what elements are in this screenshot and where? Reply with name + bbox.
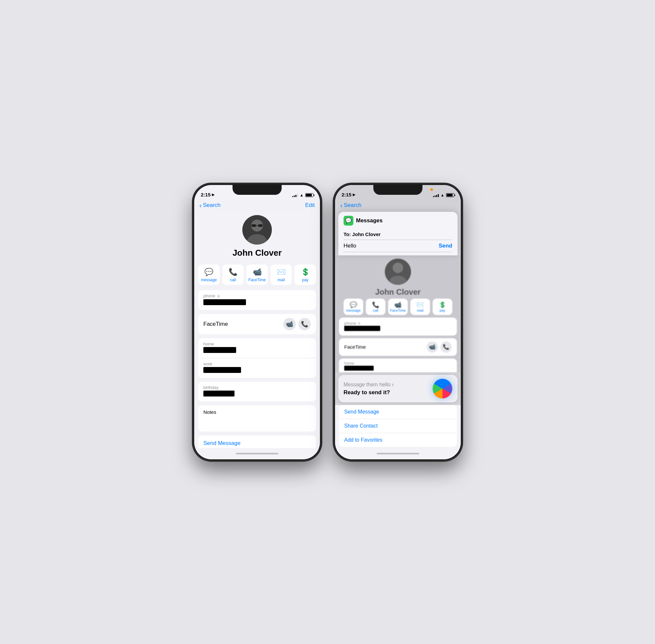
facetime-row-label: FaceTime (203, 321, 228, 327)
action-buttons-row: 💬 message 📞 call 📹 FaceTime ✉️ (194, 264, 320, 290)
star-icon: ★ (217, 293, 221, 299)
blurred-phone-redacted (344, 326, 380, 331)
siri-text-area: Message them hello › Ready to send it? (343, 381, 433, 396)
blurred-facetime-section: FaceTime 📹 📞 (339, 338, 457, 356)
share-contact-link-2[interactable]: Share Contact (339, 419, 457, 433)
phone-2: 2:15 ▶ ▲ (334, 184, 462, 460)
messages-header: 💬 Messages (343, 216, 452, 226)
facetime-label-btn: FaceTime (249, 278, 266, 282)
blurred-pay-label: pay (439, 308, 445, 312)
back-chevron-icon: ‹ (200, 202, 202, 209)
phone-value (203, 299, 311, 307)
back-label-2: Search (344, 202, 362, 209)
call-button[interactable]: 📞 call (222, 264, 244, 285)
signal-bars (292, 193, 298, 197)
phone-label: phone ★ (203, 293, 311, 299)
notes-label: Notes (203, 409, 311, 415)
battery-icon (305, 193, 313, 197)
birthday-redacted (203, 391, 234, 396)
facetime-video-button[interactable]: 📹 (283, 318, 296, 330)
facetime-video-btn-icon: 📹 (286, 321, 293, 328)
message-input-text[interactable]: Hello (343, 243, 436, 249)
phone-redacted (203, 299, 246, 305)
notch-2 (374, 185, 423, 195)
svg-rect-3 (251, 224, 256, 227)
signal-bar-2-2 (435, 196, 435, 197)
signal-bar-2 (294, 196, 295, 197)
action-links-2: Send Message Share Contact Add to Favori… (335, 405, 461, 448)
battery-fill (306, 194, 312, 197)
home-indicator-2 (335, 448, 461, 459)
avatar (242, 215, 272, 245)
facetime-audio-button[interactable]: 📞 (298, 318, 311, 330)
home-redacted (203, 347, 236, 353)
messages-bubble-icon: 💬 (345, 217, 352, 224)
phones-container: 2:15 ▶ ▲ (193, 184, 462, 460)
facetime-button[interactable]: 📹 FaceTime (246, 264, 268, 285)
blurred-ft-icon: 📹 (394, 301, 402, 308)
pay-icon: 💲 (301, 268, 310, 276)
messages-app-icon: 💬 (343, 216, 353, 226)
call-icon: 📞 (229, 268, 238, 276)
action-links-container-2: Send Message Share Contact Add to Favori… (339, 405, 457, 447)
home-value (203, 347, 311, 354)
blurred-home-label: home (344, 361, 452, 366)
messages-sheet: 💬 Messages To: John Clover Hello Send (338, 212, 457, 255)
home-indicator (194, 448, 320, 459)
birthday-row[interactable]: birthday (198, 382, 316, 401)
signal-bar-3 (295, 195, 296, 197)
home-email-row[interactable]: home (198, 338, 316, 358)
pay-button[interactable]: 💲 pay (294, 264, 316, 285)
nav-bar-2: ‹ Search (335, 199, 461, 212)
pay-label: pay (302, 278, 309, 282)
blurred-contact-area: John Clover (335, 255, 461, 299)
add-to-favorites-link-2[interactable]: Add to Favorites (339, 433, 457, 447)
status-icons: ▲ (292, 193, 313, 198)
facetime-video-icon: 📹 (253, 268, 262, 276)
send-message-link-2[interactable]: Send Message (339, 405, 457, 419)
messages-title: Messages (356, 217, 383, 224)
back-button-2[interactable]: ‹ Search (340, 202, 362, 209)
home-bar-2 (377, 453, 419, 455)
notes-section: Notes (198, 405, 316, 432)
location-arrow-icon: ▶ (212, 192, 214, 197)
contact-name: John Clover (232, 248, 281, 258)
back-button[interactable]: ‹ Search (200, 202, 221, 209)
email-section: home work (198, 338, 316, 378)
siri-suggestion[interactable]: Message them hello › Ready to send it? (338, 375, 457, 402)
siri-ready-text: Ready to send it? (343, 389, 433, 396)
blurred-msg-icon: 💬 (350, 301, 357, 308)
message-button[interactable]: 💬 message (198, 264, 220, 285)
contact-header: John Clover (194, 212, 320, 264)
work-value (203, 367, 311, 374)
signal-bar-2-3 (436, 195, 437, 197)
work-label: work (203, 362, 311, 366)
blurred-facetime-label: FaceTime (344, 344, 366, 350)
svg-point-7 (393, 262, 403, 273)
send-button[interactable]: Send (438, 243, 452, 249)
mail-button[interactable]: ✉️ mail (271, 264, 292, 285)
work-email-row[interactable]: work (198, 358, 316, 378)
facetime-section: FaceTime 📹 📞 (198, 314, 316, 334)
signal-bars-2 (433, 193, 439, 197)
phone-1: 2:15 ▶ ▲ (193, 184, 321, 460)
message-icon: 💬 (204, 268, 213, 276)
siri-chevron-icon: › (392, 381, 394, 388)
birthday-label: birthday (203, 385, 311, 390)
call-label: call (230, 278, 236, 282)
home-label: home (203, 342, 311, 346)
signal-bar-4 (297, 194, 298, 197)
signal-bar-2-1 (433, 196, 434, 197)
blurred-email-section: home work (339, 359, 457, 372)
edit-button[interactable]: Edit (305, 202, 315, 209)
blurred-contact-name: John Clover (375, 288, 421, 297)
blurred-msg-btn: 💬 message (343, 299, 363, 315)
phone-section: phone ★ (198, 290, 316, 310)
battery-fill-2 (447, 194, 453, 197)
send-message-link[interactable]: Send Message (198, 435, 316, 448)
phone-row[interactable]: phone ★ (198, 290, 316, 310)
birthday-value (203, 391, 311, 398)
wifi-icon-2: ▲ (441, 193, 445, 198)
signal-bar-2-4 (438, 194, 439, 197)
message-label: message (201, 278, 217, 282)
